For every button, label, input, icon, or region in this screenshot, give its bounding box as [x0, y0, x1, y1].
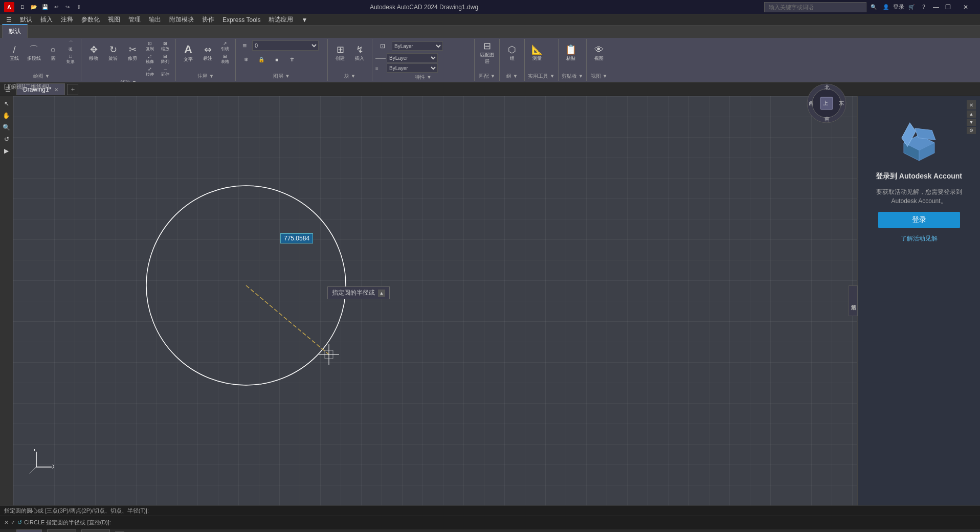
menu-parametric[interactable]: 参数化 — [77, 14, 104, 25]
dim-icon: ⇔ — [204, 45, 212, 54]
panel-settings-btn[interactable]: ⚙ — [967, 127, 976, 134]
modify-scale-btn[interactable]: ⊠缩放 — [158, 40, 172, 52]
annotate-table-btn[interactable]: ⊞表格 — [218, 53, 232, 65]
lt-orbit-btn[interactable]: ↺ — [1, 134, 12, 145]
modify-array-btn[interactable]: ⊞阵列 — [158, 53, 172, 65]
menu-manage[interactable]: 管理 — [124, 14, 145, 25]
lt-select-btn[interactable]: ↖ — [1, 98, 12, 109]
layout-tab-model[interactable]: 模型 — [16, 529, 42, 532]
help-icon[interactable]: ? — [919, 3, 929, 12]
layout-tab-1[interactable]: 布局1 — [47, 529, 76, 532]
modify-mirror-btn[interactable]: ⇌镜像 — [143, 53, 157, 65]
utility-measure-btn[interactable]: 📐 测量 — [528, 40, 546, 66]
lt-showmotion-btn[interactable]: ▶ — [1, 145, 12, 157]
annotate-leader-btn[interactable]: ↗引线 — [218, 40, 232, 52]
search-button[interactable]: 🔍 — [868, 3, 879, 12]
menu-annotate[interactable]: 注释 — [57, 14, 77, 25]
menu-view[interactable]: 视图 — [104, 14, 124, 25]
match-properties-btn[interactable]: ⊟ 匹配图层 — [478, 40, 496, 66]
cart-icon[interactable]: 🛒 — [906, 3, 917, 12]
panel-collapse-tab[interactable]: 活动见解 — [849, 285, 858, 316]
layer-properties-btn[interactable]: ≡ — [239, 40, 250, 51]
layer-lock-btn[interactable]: 🔒 — [254, 53, 269, 65]
menu-addons[interactable]: 附加模块 — [165, 14, 198, 25]
draw-line-btn[interactable]: / 直线 — [5, 40, 24, 66]
panel-login-button[interactable]: 登录 — [878, 212, 960, 228]
modify-extend-btn[interactable]: →延伸 — [158, 65, 172, 78]
table-icon: ⊞ — [223, 54, 227, 59]
qa-new[interactable]: 🗋 — [17, 3, 28, 12]
search-input[interactable] — [764, 2, 866, 12]
panel-up-btn[interactable]: ▲ — [967, 110, 976, 118]
qa-save[interactable]: 💾 — [40, 3, 50, 12]
linetype-label: —— — [375, 55, 385, 61]
window-title: Autodesk AutoCAD 2024 Drawing1.dwg — [370, 4, 478, 11]
color-dropdown[interactable]: ByLayer — [392, 41, 443, 51]
user-icon[interactable]: 👤 — [881, 3, 891, 12]
menu-default[interactable]: 默认 — [16, 14, 36, 25]
restore-button[interactable]: ❐ — [943, 2, 953, 12]
command-input-field[interactable] — [113, 519, 976, 526]
ribbon-group-modify-content: ✥ 移动 ↻ 旋转 ✂ 修剪 ⊡复制 ⇌镜像 ⤢拉伸 ⊠缩放 ⊞阵列 →延伸 — [84, 40, 172, 78]
minimize-button[interactable]: — — [931, 2, 941, 12]
tab-close-icon[interactable]: ✕ — [54, 87, 58, 93]
ribbon-group-group: ⬡ 组 组 ▼ — [500, 39, 525, 81]
group-btn[interactable]: ⬡ 组 — [503, 40, 521, 66]
properties-match-btn[interactable]: ⊡ — [375, 40, 390, 52]
linetype-dropdown[interactable]: ByLayer — [387, 53, 438, 62]
qa-redo[interactable]: ↪ — [62, 3, 73, 12]
dimension-value: 775.0584 — [284, 235, 309, 242]
menu-featured[interactable]: 精选应用 — [264, 14, 297, 25]
block-create-btn[interactable]: ⊞ 创建 — [331, 40, 349, 66]
panel-title: 登录到 Autodesk Account — [876, 172, 962, 181]
block-insert-btn[interactable]: ↯ 插入 — [350, 40, 369, 66]
draw-line-label: 直线 — [10, 55, 19, 62]
menu-express[interactable]: Express Tools — [218, 15, 264, 25]
modify-trim-btn[interactable]: ✂ 修剪 — [123, 40, 142, 66]
menu-insert[interactable]: 插入 — [36, 14, 57, 25]
modify-rotate-btn[interactable]: ↻ 旋转 — [104, 40, 122, 66]
cmd-cancel-btn[interactable]: ✕ — [4, 519, 9, 526]
login-label[interactable]: 登录 — [893, 3, 904, 11]
qa-open[interactable]: 📂 — [29, 3, 39, 12]
layer-freeze-btn[interactable]: ❄ — [239, 53, 253, 65]
qa-share[interactable]: ⇧ — [74, 3, 84, 12]
annotate-dim-btn[interactable]: ⇔ 标注 — [198, 40, 217, 66]
menu-output[interactable]: 输出 — [145, 14, 165, 25]
modify-copy-btn[interactable]: ⊡复制 — [143, 40, 157, 52]
menu-hamburger[interactable]: ☰ — [2, 15, 16, 25]
new-tab-button[interactable]: + — [67, 84, 78, 95]
draw-circle-btn[interactable]: ○ 圆 — [44, 40, 62, 66]
menu-collaborate[interactable]: 协作 — [198, 14, 218, 25]
panel-down-btn[interactable]: ▼ — [967, 119, 976, 126]
viewport-label: [-][俯视][二维线框] — [4, 83, 49, 91]
left-toolbar: ↖ ✋ 🔍 ↺ ▶ — [0, 96, 13, 505]
draw-rect-btn[interactable]: □矩形 — [63, 53, 78, 65]
draw-polyline-btn[interactable]: ⌒ 多段线 — [25, 40, 43, 66]
lt-zoom-btn[interactable]: 🔍 — [1, 122, 12, 133]
panel-learn-link[interactable]: 了解活动见解 — [901, 234, 938, 243]
command-prompt: CIRCLE 指定圆的半径或 [直径(D)]: — [24, 519, 111, 526]
ribbon-group-properties: ⊡ ByLayer —— ByLayer ≡ ByLayer 特性 ▼ — [372, 39, 475, 81]
layout-tab-2[interactable]: 布局2 — [81, 529, 110, 532]
ribbon-group-annotate: A 文字 ⇔ 标注 ↗引线 ⊞表格 注释 ▼ — [176, 39, 236, 81]
annotate-text-btn[interactable]: A 文字 — [179, 40, 197, 66]
stretch-label: 拉伸 — [146, 72, 154, 77]
layer-dropdown[interactable]: 0 — [252, 40, 319, 51]
canvas-area[interactable]: 775.0584 指定圆的半径或 ▲ X Y — [13, 96, 857, 505]
close-button[interactable]: ✕ — [955, 2, 976, 12]
modify-move-btn[interactable]: ✥ 移动 — [84, 40, 103, 66]
panel-close-button[interactable]: ✕ — [967, 100, 976, 109]
draw-arc-btn[interactable]: ⌒弧 — [63, 40, 78, 52]
layer-match-btn[interactable]: ⇈ — [285, 53, 299, 65]
qa-undo[interactable]: ↩ — [51, 3, 61, 12]
ribbon-tab-default[interactable]: 默认 — [2, 24, 28, 38]
view-btn[interactable]: 👁 视图 — [590, 40, 608, 66]
menu-more[interactable]: ▼ — [297, 15, 311, 25]
lineweight-dropdown[interactable]: ByLayer — [387, 63, 438, 73]
cmd-confirm-btn[interactable]: ✓ — [11, 519, 15, 526]
lt-pan-btn[interactable]: ✋ — [1, 110, 12, 121]
layer-color-btn[interactable]: ■ — [270, 53, 284, 65]
clipboard-paste-btn[interactable]: 📋 粘贴 — [562, 40, 580, 66]
modify-stretch-btn[interactable]: ⤢拉伸 — [143, 65, 157, 78]
